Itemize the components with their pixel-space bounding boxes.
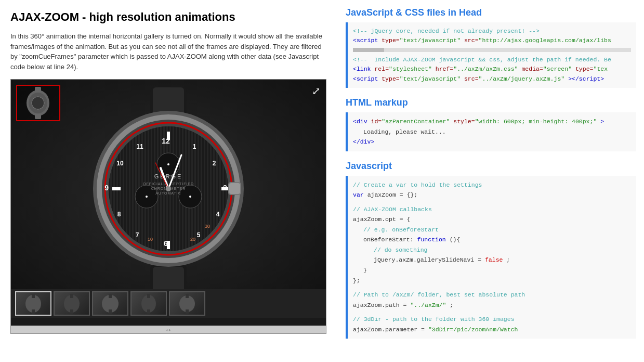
- scroll-arrows: ↔: [165, 326, 172, 334]
- svg-text:10: 10: [148, 237, 153, 242]
- svg-rect-55: [32, 309, 35, 314]
- svg-rect-58: [70, 309, 73, 314]
- svg-rect-67: [186, 309, 189, 314]
- js-line-2: var ajaxZoom = {};: [353, 190, 631, 200]
- svg-text:7: 7: [136, 231, 139, 239]
- svg-text:3: 3: [223, 184, 227, 192]
- html-line-3: </div>: [353, 137, 631, 147]
- svg-point-35: [167, 163, 169, 165]
- code-head-block: <!-- jQuery core, needed if not already …: [346, 22, 636, 88]
- svg-text:4: 4: [216, 211, 220, 218]
- svg-text:9: 9: [104, 184, 109, 192]
- svg-text:30: 30: [205, 224, 210, 229]
- js-line-1: // Create a var to hold the settings: [353, 180, 631, 190]
- thumbnail-overlay: [16, 85, 60, 121]
- viewer-scrollbar[interactable]: ↔: [11, 326, 326, 333]
- section1-title: JavaScript & CSS files in Head: [346, 7, 636, 18]
- js-line-8: jQuery.axZm.gallerySlideNavi = false ;: [353, 255, 631, 265]
- svg-text:8: 8: [117, 211, 121, 218]
- code-line-2: <script type="text/javascript" src="http…: [353, 36, 631, 45]
- svg-text:5: 5: [197, 231, 201, 239]
- svg-text:10: 10: [116, 160, 124, 167]
- thumb-4[interactable]: [130, 291, 167, 316]
- html-markup-block: <div id="azParentContainer" style="width…: [346, 112, 636, 151]
- left-panel: AJAX-ZOOM - high resolution animations I…: [0, 0, 338, 362]
- js-block: // Create a var to hold the settings var…: [346, 176, 636, 339]
- svg-text:1: 1: [193, 143, 196, 150]
- svg-rect-57: [70, 294, 73, 298]
- svg-point-47: [166, 186, 171, 191]
- section3-title: Javascript: [346, 161, 636, 172]
- scrollbar-thumb: [353, 48, 384, 52]
- svg-rect-21: [112, 187, 121, 190]
- expand-icon[interactable]: ⤢: [312, 85, 321, 97]
- js-line-11: // Path to /axZm/ folder, best set absol…: [353, 290, 631, 300]
- svg-rect-54: [32, 294, 35, 298]
- svg-text:20: 20: [190, 237, 195, 242]
- code-line-1: <!-- jQuery core, needed if not already …: [353, 27, 631, 36]
- html-line-1: <div id="azParentContainer" style="width…: [353, 117, 631, 127]
- section2-title: HTML markup: [346, 97, 636, 108]
- js-spacer-3: [353, 310, 631, 314]
- svg-point-2: [32, 97, 44, 109]
- js-spacer-1: [353, 200, 631, 204]
- js-line-13: // 3dDir - path to the folder with 360 i…: [353, 314, 631, 325]
- thumb-2[interactable]: [54, 291, 90, 316]
- thumb-3[interactable]: [92, 291, 128, 316]
- description: In this 360° animation the internal hori…: [10, 31, 327, 72]
- thumb-1[interactable]: [15, 291, 51, 316]
- svg-text:11: 11: [136, 143, 143, 150]
- js-line-9: }: [353, 265, 631, 276]
- svg-rect-64: [147, 309, 150, 314]
- html-line-2: Loading, please wait...: [353, 127, 631, 137]
- svg-text:2: 2: [213, 160, 216, 167]
- svg-rect-63: [147, 294, 150, 298]
- svg-rect-60: [109, 294, 112, 298]
- svg-rect-3: [35, 87, 41, 92]
- code-line-script2: <script type="text/javascript" src="../a…: [353, 74, 631, 84]
- viewer-container: ⤢: [10, 79, 326, 334]
- svg-text:GERGE: GERGE: [154, 173, 183, 179]
- svg-point-37: [146, 196, 148, 198]
- svg-text:12: 12: [162, 137, 170, 145]
- js-line-7: // do something: [353, 245, 631, 255]
- svg-text:6: 6: [164, 239, 168, 248]
- code-scrollbar-h[interactable]: [353, 48, 631, 52]
- js-line-3: // AJAX-ZOOM callbacks: [353, 204, 631, 215]
- code-line-link: <link rel="stylesheet" href="../axZm/axZ…: [353, 64, 631, 74]
- thumbnail-strip: [11, 289, 326, 318]
- js-spacer-2: [353, 286, 631, 290]
- svg-rect-4: [35, 114, 41, 119]
- svg-text:AUTOMATIC: AUTOMATIC: [155, 191, 181, 195]
- thumb-5[interactable]: [169, 291, 205, 316]
- svg-rect-61: [109, 309, 112, 314]
- svg-rect-49: [229, 183, 240, 194]
- svg-point-39: [189, 196, 191, 198]
- js-line-12: ajaxZoom.path = "../axZm/" ;: [353, 300, 631, 311]
- right-panel: JavaScript & CSS files in Head <!-- jQue…: [338, 0, 644, 362]
- code-line-comment2: <!-- Include AJAX-ZOOM javascript && css…: [353, 55, 631, 64]
- js-line-10: };: [353, 276, 631, 286]
- js-line-5: // e.g. onBeforeStart: [353, 225, 631, 235]
- page-title: AJAX-ZOOM - high resolution animations: [10, 10, 327, 24]
- js-line-14: ajaxZoom.parameter = "3dDir=/pic/zoomAnm…: [353, 325, 631, 335]
- js-line-4: ajaxZoom.opt = {: [353, 214, 631, 225]
- svg-text:OFFICIALLY CERTIFIED: OFFICIALLY CERTIFIED: [143, 182, 194, 186]
- svg-rect-66: [186, 294, 189, 298]
- js-line-6: onBeforeStart: function (){: [353, 235, 631, 245]
